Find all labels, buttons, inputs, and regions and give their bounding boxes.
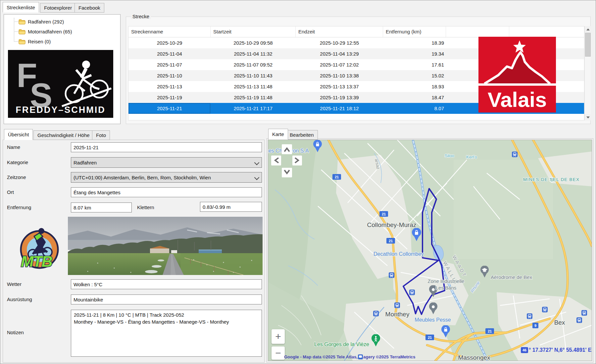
tree-item-radfahren[interactable]: Radfahren (292) <box>28 19 64 24</box>
track-table-header: Streckenname Startzeit Endzeit Entfernun… <box>128 26 584 37</box>
kategorie-value: Radfahren <box>74 160 97 165</box>
col-streckenname[interactable]: Streckenname <box>128 26 211 37</box>
train-station-icon <box>409 290 415 295</box>
tab-uebersicht[interactable]: Übersicht <box>4 129 33 140</box>
name-label: Name <box>7 142 20 152</box>
label-collombey-muraz: Collombey-Muraz <box>367 221 417 228</box>
attribution-text-2: agery ©2025 TerraMetrics <box>363 354 416 359</box>
col-empty <box>509 26 584 37</box>
map-zoom-in-button[interactable]: + <box>272 329 285 344</box>
label-les-bans: Les Bans <box>436 285 457 291</box>
ausruestung-value: Mountainbike <box>74 297 103 302</box>
entfernung-input[interactable]: 8.07 km <box>71 203 132 212</box>
tree-item-reisen[interactable]: Reisen (0) <box>28 39 51 44</box>
map-zoom-out-button[interactable]: − <box>272 346 285 360</box>
svg-text:21: 21 <box>389 239 393 243</box>
label-monthey: Monthey <box>385 311 410 318</box>
table-scrollbar[interactable] <box>584 26 591 120</box>
notizen-line2: Monthey - Manege-VS - Étang des Mangette… <box>74 318 259 325</box>
entfernung-label: Entfernung <box>7 203 31 212</box>
notizen-textarea[interactable]: 2025-11-21 | 8 Km | 10 °C | MTB | Track … <box>71 310 262 357</box>
coordinate-value: ° 17.3727' N,6° 55.4891' E <box>529 347 591 353</box>
svg-text:21: 21 <box>488 329 492 333</box>
tab-streckenliste[interactable]: Streckenliste <box>3 2 39 13</box>
col-empty <box>446 26 509 37</box>
map-attribution: Google - Map data ©2025 Tele Atlas, ager… <box>284 354 415 359</box>
svg-text:9: 9 <box>534 324 536 328</box>
label-meubles-pesse: Meubles Pesse <box>415 317 451 323</box>
tree-connector <box>14 41 18 42</box>
col-entfernung[interactable]: Entfernung (km) <box>383 26 446 37</box>
label-aerodrome: Aérodrome de Bex <box>491 274 532 280</box>
train-station-icon <box>389 272 394 278</box>
label-gorges-vieze: Les Gorges de la Vièze <box>314 341 369 347</box>
tab-facebook-label: Facebook <box>78 5 100 11</box>
tab-fotoexplorer-label: Fotoexplorer <box>44 5 72 11</box>
svg-text:21: 21 <box>382 212 386 216</box>
scroll-down-button[interactable] <box>585 114 591 120</box>
tab-geschwindigkeit-hoehe[interactable]: Geschwindigkeit / Höhe <box>33 130 94 140</box>
tab-foto[interactable]: Foto <box>92 130 110 140</box>
cell-end: 2025-11-13 13:37 <box>296 81 383 92</box>
wetter-input[interactable]: Wolken : 5°C <box>71 279 262 289</box>
folder-icon <box>19 29 25 34</box>
notizen-label: Notizen <box>7 330 24 335</box>
strecke-group-label: Strecke <box>131 14 151 19</box>
klettern-input[interactable]: 0.83/-0.99 m <box>200 202 262 212</box>
cell-km: 18.93 <box>383 81 446 92</box>
label-kerlo: Kerl'o <box>466 155 477 159</box>
valais-logo: Valais <box>478 37 556 113</box>
tab-karte[interactable]: Karte <box>268 129 288 140</box>
name-input[interactable]: 2025-11-21 <box>71 142 262 152</box>
cell-name: 2025-11-07 <box>128 59 211 70</box>
train-station-icon <box>358 354 363 359</box>
ausruestung-label: Ausrüstung <box>7 295 32 304</box>
klettern-label: Klettern <box>137 203 154 212</box>
cell-km: 18.39 <box>383 37 446 48</box>
scrollbar-thumb[interactable] <box>585 33 591 57</box>
cell-name: 2025-11-21 <box>128 103 211 114</box>
wetter-label: Wetter <box>7 279 22 289</box>
entfernung-value: 8.07 km <box>74 205 91 210</box>
label-mines-de-sel: MINES DE SEL DE BEX <box>523 177 579 182</box>
tab-bearbeiten[interactable]: Bearbeiten <box>286 130 318 140</box>
svg-text:21: 21 <box>428 336 432 340</box>
tab-fotoexplorer[interactable]: Fotoexplorer <box>40 3 76 13</box>
tab-streckenliste-label: Streckenliste <box>7 5 35 10</box>
train-station-icon <box>527 313 532 319</box>
name-value: 2025-11-21 <box>74 145 99 150</box>
col-endzeit[interactable]: Endzeit <box>296 26 383 37</box>
tree-connector <box>14 22 18 22</box>
ort-label: Ort <box>7 187 14 197</box>
train-station-icon <box>576 317 582 323</box>
cell-start: 2025-11-21 17:17 <box>211 103 296 114</box>
cell-start: 2025-11-19 11:48 <box>211 92 296 103</box>
coordinate-badge: 46 <box>521 347 528 353</box>
tree-item-motorradfahren[interactable]: Motorradfahren (65) <box>28 29 72 34</box>
cell-start: 2025-11-07 09:52 <box>211 59 296 70</box>
klettern-value: 0.83/-0.99 m <box>203 204 230 210</box>
cell-name: 2025-11-13 <box>128 81 211 92</box>
cell-name: 2025-10-29 <box>128 37 211 48</box>
zeitzone-label: Zeitzone <box>7 172 26 183</box>
minus-icon: − <box>275 347 281 359</box>
label-massongex: Massongex <box>458 354 490 361</box>
cell-start: 2025-10-29 09:58 <box>211 37 296 48</box>
tab-karte-label: Karte <box>272 131 284 137</box>
wetter-value: Wolken : 5°C <box>74 282 102 287</box>
tab-geschwindigkeit-label: Geschwindigkeit / Höhe <box>37 132 90 138</box>
col-startzeit[interactable]: Startzeit <box>211 26 296 37</box>
cell-start: 2025-11-13 11:48 <box>211 81 296 92</box>
scroll-up-button[interactable] <box>585 26 591 32</box>
chevron-down-icon <box>254 175 260 180</box>
ausruestung-input[interactable]: Mountainbike <box>71 295 262 304</box>
map-canvas[interactable]: 21 21 21 21 21 9 ges Chaudron S.A arsaz … <box>268 140 592 361</box>
ort-input[interactable]: Étang des Mangettes <box>71 187 262 197</box>
kategorie-select[interactable]: Radfahren <box>71 157 262 168</box>
tab-bearbeiten-label: Bearbeiten <box>290 132 314 138</box>
cell-end: 2025-11-04 13:29 <box>296 48 383 59</box>
plus-icon: + <box>275 331 281 342</box>
tab-facebook[interactable]: Facebook <box>74 3 104 13</box>
cell-end: 2025-11-07 12:02 <box>296 59 383 70</box>
zeitzone-select[interactable]: (UTC+01:00) Amsterdam, Berlin, Bern, Rom… <box>71 172 262 183</box>
